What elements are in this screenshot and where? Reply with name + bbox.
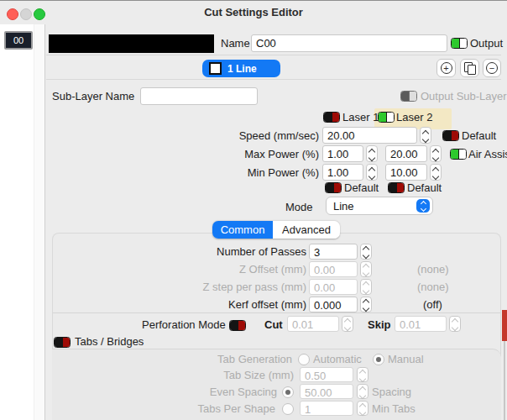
- tab-gen-automatic-label: Automatic: [313, 353, 362, 365]
- kerf-stepper[interactable]: [360, 297, 372, 312]
- name-label: Name: [221, 37, 250, 50]
- duplicate-sublayer-button[interactable]: [460, 59, 479, 77]
- tabs-per-shape-label: Tabs Per Shape: [107, 402, 275, 415]
- z-step-input[interactable]: 0.00: [309, 279, 358, 295]
- titlebar: Cut Settings Editor: [0, 1, 507, 24]
- speed-label: Speed (mm/sec): [134, 129, 319, 142]
- remove-sublayer-button[interactable]: −: [483, 59, 501, 77]
- plus-icon: +: [441, 62, 452, 74]
- default2-label: Default: [407, 181, 442, 194]
- z-offset-stepper[interactable]: [360, 261, 372, 277]
- speed-stepper[interactable]: [420, 127, 431, 144]
- layer-item-00[interactable]: 00: [4, 31, 33, 50]
- cut-stepper[interactable]: [342, 316, 353, 332]
- perforation-mode-toggle[interactable]: [229, 320, 246, 331]
- min-power-stepper-2[interactable]: [430, 164, 442, 181]
- cut-settings-editor-window: Cut Settings Editor 00 Name C00 Output 1…: [0, 0, 507, 420]
- perforation-mode-label: Perforation Mode: [142, 318, 226, 331]
- min-power-label: Min Power (%): [134, 166, 319, 179]
- mode-select[interactable]: Line: [326, 197, 433, 215]
- skip-label: Skip: [368, 318, 390, 331]
- tabs-per-shape-stepper[interactable]: [357, 401, 368, 416]
- even-spacing-radio[interactable]: [282, 386, 294, 398]
- tab-common[interactable]: Common: [212, 221, 273, 239]
- tab-size-stepper[interactable]: [357, 367, 368, 382]
- min-power2-default-toggle[interactable]: [388, 182, 405, 193]
- max-power-stepper-1[interactable]: [366, 145, 378, 162]
- window-title: Cut Settings Editor: [0, 6, 507, 18]
- even-spacing-note: Spacing: [372, 386, 411, 398]
- speed-input[interactable]: 20.00: [322, 127, 417, 144]
- max-power-input-1[interactable]: 1.00: [322, 145, 363, 162]
- z-step-label: Z step per pass (mm): [122, 281, 306, 293]
- default1-label: Default: [344, 181, 379, 194]
- z-step-note: (none): [417, 281, 449, 293]
- max-power-input-2[interactable]: 20.00: [385, 145, 427, 162]
- tab-advanced[interactable]: Advanced: [273, 221, 340, 239]
- tabs-per-shape-note: Min Tabs: [372, 402, 416, 415]
- min-power-input-1[interactable]: 1.00: [322, 164, 363, 181]
- laser1-label: Laser 1: [342, 111, 379, 123]
- chevron-up-down-icon: [416, 199, 430, 213]
- z-offset-label: Z Offset (mm): [139, 263, 306, 276]
- settings-tabs: Common Advanced: [212, 221, 340, 239]
- add-sublayer-button[interactable]: +: [436, 59, 456, 77]
- output-toggle[interactable]: [451, 38, 468, 49]
- minus-icon: −: [486, 62, 498, 74]
- passes-stepper[interactable]: [360, 244, 372, 260]
- layer-color-swatch[interactable]: [49, 34, 214, 53]
- min-power-stepper-1[interactable]: [366, 164, 378, 181]
- output-sublayer-toggle[interactable]: [400, 91, 417, 102]
- mode-label: Mode: [285, 201, 313, 213]
- cut-input[interactable]: 0.01: [287, 316, 339, 332]
- name-input[interactable]: C00: [251, 34, 447, 52]
- cut-label: Cut: [264, 318, 283, 331]
- tabs-per-shape-input[interactable]: 1: [300, 401, 353, 416]
- z-offset-note: (none): [417, 263, 449, 276]
- sublayer-color-icon: [209, 62, 222, 75]
- tabs-per-shape-radio[interactable]: [282, 403, 294, 415]
- sublayer-name-input[interactable]: [140, 87, 258, 105]
- speed-default-toggle[interactable]: [442, 130, 459, 141]
- output-sublayer-label: Output Sub-Layer: [421, 90, 507, 102]
- passes-input[interactable]: 3: [309, 244, 358, 260]
- edge-artifact-red: [502, 310, 507, 341]
- mode-select-value: Line: [333, 200, 354, 213]
- skip-stepper[interactable]: [449, 316, 461, 332]
- air-assist-toggle[interactable]: [450, 149, 467, 160]
- tab-1-line[interactable]: 1 Line: [202, 60, 280, 77]
- laser2-toggle[interactable]: [378, 112, 395, 123]
- tabs-bridges-toggle[interactable]: [54, 337, 71, 348]
- tab-gen-automatic-radio[interactable]: [298, 354, 310, 365]
- z-step-stepper[interactable]: [360, 279, 372, 295]
- min-power-input-2[interactable]: 10.00: [385, 164, 427, 181]
- tabs-bridges-label: Tabs / Bridges: [75, 335, 144, 348]
- kerf-note: (off): [423, 298, 442, 311]
- output-label: Output: [470, 37, 503, 50]
- z-offset-input[interactable]: 0.00: [309, 261, 358, 277]
- laser1-toggle[interactable]: [323, 112, 340, 123]
- tab-gen-manual-radio[interactable]: [373, 354, 384, 365]
- skip-input[interactable]: 0.01: [395, 316, 447, 332]
- tab-generation-label: Tab Generation: [124, 353, 292, 365]
- even-spacing-label: Even Spacing: [109, 386, 277, 398]
- air-assist-label: Air Assist: [468, 148, 507, 160]
- even-spacing-stepper[interactable]: [357, 384, 368, 399]
- tab-size-label: Tab Size (mm): [126, 369, 294, 381]
- tab-1-line-label: 1 Line: [227, 63, 257, 75]
- max-power-label: Max Power (%): [134, 148, 319, 160]
- edge-artifact-line: [504, 341, 505, 420]
- kerf-input[interactable]: 0.000: [309, 297, 358, 312]
- even-spacing-input[interactable]: 50.00: [300, 384, 353, 399]
- layer-list-divider: [34, 24, 44, 420]
- min-power1-default-toggle[interactable]: [325, 182, 342, 193]
- copy-icon: [464, 62, 475, 74]
- speed-default-label: Default: [462, 129, 496, 142]
- layer-list: 00: [0, 24, 45, 420]
- max-power-stepper-2[interactable]: [430, 145, 442, 162]
- tabbar-top-line: [46, 55, 501, 55]
- sublayer-name-label: Sub-Layer Name: [52, 90, 134, 102]
- tab-size-input[interactable]: 0.50: [300, 367, 353, 382]
- tabbar-bottom-line: [46, 79, 501, 80]
- passes-label: Number of Passes: [139, 245, 306, 258]
